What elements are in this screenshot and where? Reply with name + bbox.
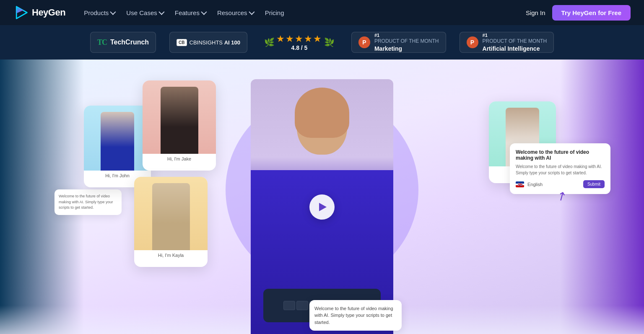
logo-text: HeyGen (32, 7, 65, 18)
cbinsights-label: CBINSIGHTS AI 100 (190, 39, 240, 46)
text-card-right-title: Welcome to the future of video making wi… (516, 149, 605, 161)
text-card-right-body: Welcome to the future of video making wi… (516, 163, 605, 176)
ai-num: #1 (483, 32, 547, 38)
nav-products-label: Products (84, 9, 109, 16)
social-proof-bar: TC TechCrunch CB CBINSIGHTS AI 100 🌿 ★★★… (0, 25, 644, 60)
film-cell-1 (283, 301, 295, 310)
heygen-logo-icon (13, 5, 29, 20)
language-flag-icon: 🇬🇧 (516, 181, 524, 187)
g2-rating-text: 4.8 / 5 (276, 44, 322, 51)
text-card-left: Welcome to the future of video making wi… (55, 189, 122, 215)
techcrunch-label: TechCrunch (110, 39, 149, 46)
cbinsights-icon: CB (177, 39, 187, 46)
cbinsights-badge: CB CBINSIGHTS AI 100 (169, 32, 247, 53)
nav-pricing[interactable]: Pricing (260, 7, 289, 19)
nav-resources[interactable]: Resources (212, 7, 258, 19)
nav-pricing-label: Pricing (265, 9, 284, 16)
try-free-button[interactable]: Try HeyGen for Free (552, 5, 631, 21)
ai-type: Artificial Intelligence (483, 45, 547, 52)
producthunt-marketing-badge: P #1 PRODUCT OF THE MONTH Marketing (351, 32, 446, 53)
nav-use-cases-label: Use Cases (126, 9, 157, 16)
marketing-sub: PRODUCT OF THE MONTH (374, 38, 439, 45)
techcrunch-badge: TC TechCrunch (90, 32, 156, 53)
nav-right: Sign In Try HeyGen for Free (526, 5, 631, 21)
text-card-right: Welcome to the future of video making wi… (510, 143, 610, 194)
nav-resources-label: Resources (217, 9, 247, 16)
avatar-hair (295, 88, 349, 138)
nav-features-label: Features (175, 9, 200, 16)
nav-use-cases[interactable]: Use Cases (121, 7, 168, 19)
producthunt-ai-badge: P #1 PRODUCT OF THE MONTH Artificial Int… (460, 32, 554, 53)
avatar-card-jake-image (143, 80, 216, 154)
language-label: English (527, 182, 543, 187)
film-cell-2 (296, 301, 308, 310)
logo[interactable]: HeyGen (13, 5, 65, 20)
use-cases-chevron-icon (158, 9, 164, 15)
kayla-figure (152, 183, 190, 250)
avatar-card-kayla-image (134, 177, 208, 250)
nav-features[interactable]: Features (170, 7, 210, 19)
star-rating-icons: ★★★★★ (276, 34, 322, 44)
sign-in-button[interactable]: Sign In (526, 9, 545, 16)
text-card-bottom-body: Welcome to the future of video making wi… (314, 305, 397, 326)
g2-badge: 🌿 ★★★★★ 4.8 / 5 🌿 (261, 34, 338, 51)
submit-button[interactable]: Submit (583, 180, 605, 188)
avatar-card-jake-label: Hi, I'm Jake (143, 154, 216, 164)
marketing-num: #1 (374, 32, 439, 38)
nav-products[interactable]: Products (79, 7, 119, 19)
svg-marker-1 (16, 7, 23, 13)
producthunt-ai-icon: P (467, 36, 478, 48)
resources-chevron-icon (249, 9, 254, 15)
play-button[interactable] (309, 194, 335, 220)
marketing-type: Marketing (374, 45, 439, 52)
wreath-right-icon: 🌿 (324, 37, 335, 47)
avatar-card-kayla[interactable]: Hi, I'm Kayla (134, 177, 208, 267)
text-card-bottom: Welcome to the future of video making wi… (309, 300, 402, 331)
avatar-card-john[interactable]: Hi, I'm John (84, 106, 151, 187)
producthunt-marketing-icon: P (358, 36, 370, 48)
ai-sub: PRODUCT OF THE MONTH (483, 38, 547, 45)
play-icon (319, 203, 327, 211)
hero-section: Hi, I'm John Hi, I'm Jake Hi, I'm Kayla (0, 60, 644, 334)
avatar-card-jake[interactable]: Hi, I'm Jake (143, 80, 216, 171)
avatar-card-john-image (84, 106, 151, 171)
avatar-card-kayla-label: Hi, I'm Kayla (134, 250, 208, 260)
john-figure (101, 112, 134, 171)
nav-links: Products Use Cases Features Resources Pr… (79, 7, 526, 19)
wreath-left-icon: 🌿 (264, 37, 275, 47)
products-chevron-icon (110, 9, 116, 15)
navbar: HeyGen Products Use Cases Features Resou… (0, 0, 644, 25)
jake-figure (161, 87, 198, 154)
features-chevron-icon (201, 9, 207, 15)
techcrunch-logo: TC (97, 38, 107, 47)
text-card-left-body: Welcome to the future of video making wi… (59, 194, 117, 211)
